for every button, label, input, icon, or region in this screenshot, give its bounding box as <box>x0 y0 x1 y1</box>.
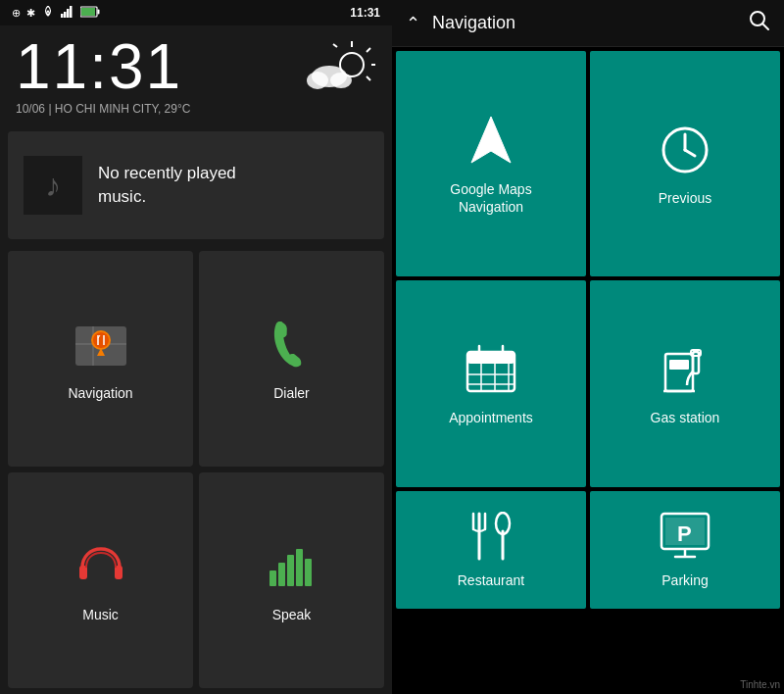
navigation-tile-icon <box>72 317 130 375</box>
svg-rect-6 <box>81 8 95 16</box>
parking-icon: P <box>656 511 714 562</box>
location-text: HO CHI MINH CITY, 29°C <box>55 102 191 116</box>
svg-rect-27 <box>270 570 276 586</box>
svg-rect-30 <box>296 549 303 586</box>
status-bar: ⊕ ✱ <box>0 0 392 25</box>
svg-point-20 <box>93 332 109 348</box>
battery-icon <box>80 6 100 20</box>
dialer-label: Dialer <box>273 385 310 401</box>
svg-rect-47 <box>665 354 693 391</box>
restaurant-label: Restaurant <box>458 571 524 589</box>
music-tile[interactable]: Music <box>8 472 193 688</box>
svg-rect-29 <box>287 555 294 586</box>
dialer-tile-icon <box>263 317 321 375</box>
music-widget[interactable]: ♪ No recently playedmusic. <box>8 131 384 239</box>
svg-rect-31 <box>305 559 312 586</box>
clock-area: 11:31 <box>0 25 392 102</box>
svg-marker-34 <box>471 117 511 163</box>
clock-icon <box>656 121 714 179</box>
speak-tile[interactable]: Speak <box>199 472 384 688</box>
nav-header: ⌃ Navigation <box>392 0 784 47</box>
svg-line-11 <box>333 44 337 47</box>
svg-line-10 <box>367 76 370 80</box>
status-time: 11:31 <box>350 6 380 20</box>
appointments-label: Appointments <box>449 409 533 426</box>
svg-rect-39 <box>467 352 514 364</box>
parking-tile[interactable]: P Parking <box>590 491 780 609</box>
music-label: Music <box>82 607 119 622</box>
svg-rect-0 <box>61 14 64 18</box>
nav-grid: Google MapsNavigation Previous <box>392 47 784 694</box>
wifi-icon <box>41 6 55 20</box>
gas-station-tile[interactable]: Gas station <box>590 280 780 487</box>
google-maps-nav-label: Google MapsNavigation <box>450 180 531 216</box>
bluetooth-icon: ✱ <box>26 7 35 20</box>
watermark: Tinhte.vn <box>740 679 780 690</box>
back-button[interactable]: ⌃ <box>406 13 420 34</box>
parking-label: Parking <box>662 571 708 589</box>
restaurant-tile[interactable]: Restaurant <box>396 491 586 609</box>
music-tile-icon <box>72 538 130 597</box>
weather-icon <box>298 37 376 96</box>
nav-title: Navigation <box>432 13 749 33</box>
svg-rect-5 <box>98 10 100 15</box>
app-grid: Navigation Dialer <box>0 245 392 694</box>
svg-text:P: P <box>677 521 692 546</box>
svg-rect-1 <box>64 12 67 18</box>
svg-rect-3 <box>70 6 73 18</box>
calendar-icon <box>462 340 520 399</box>
music-note-icon: ♪ <box>45 168 61 204</box>
svg-rect-25 <box>79 566 87 579</box>
speak-tile-icon <box>263 538 321 597</box>
food-icon <box>462 511 520 562</box>
navigation-tile[interactable]: Navigation <box>8 251 193 467</box>
svg-rect-26 <box>115 566 122 579</box>
svg-line-37 <box>685 150 695 156</box>
google-maps-nav-tile[interactable]: Google MapsNavigation <box>396 51 586 276</box>
status-icons: ⊕ ✱ <box>12 6 100 20</box>
speak-label: Speak <box>272 607 312 622</box>
gas-station-label: Gas station <box>651 409 720 426</box>
right-panel: ⌃ Navigation Google MapsNavigation <box>392 0 784 694</box>
gas-icon <box>656 340 714 399</box>
svg-rect-48 <box>669 360 689 370</box>
svg-rect-28 <box>278 563 285 586</box>
date-text: 10/06 <box>16 102 45 116</box>
left-panel: ⊕ ✱ <box>0 0 392 694</box>
search-button[interactable] <box>749 10 770 36</box>
svg-line-8 <box>367 48 370 52</box>
big-clock: 11:31 <box>16 35 182 98</box>
svg-line-33 <box>762 24 768 29</box>
maps-nav-icon <box>462 112 520 171</box>
music-icon-box: ♪ <box>24 156 82 215</box>
music-no-recent-text: No recently playedmusic. <box>98 162 236 209</box>
appointments-tile[interactable]: Appointments <box>396 280 586 487</box>
svg-point-15 <box>330 73 352 88</box>
svg-point-14 <box>307 72 328 89</box>
navigation-label: Navigation <box>68 385 132 401</box>
date-location: 10/06 | HO CHI MINH CITY, 29°C <box>0 102 392 125</box>
signal-icon <box>61 6 74 20</box>
previous-tile[interactable]: Previous <box>590 51 780 276</box>
svg-rect-2 <box>67 9 70 18</box>
previous-label: Previous <box>659 189 711 207</box>
dialer-tile[interactable]: Dialer <box>199 251 384 467</box>
crosshair-icon: ⊕ <box>12 7 21 20</box>
